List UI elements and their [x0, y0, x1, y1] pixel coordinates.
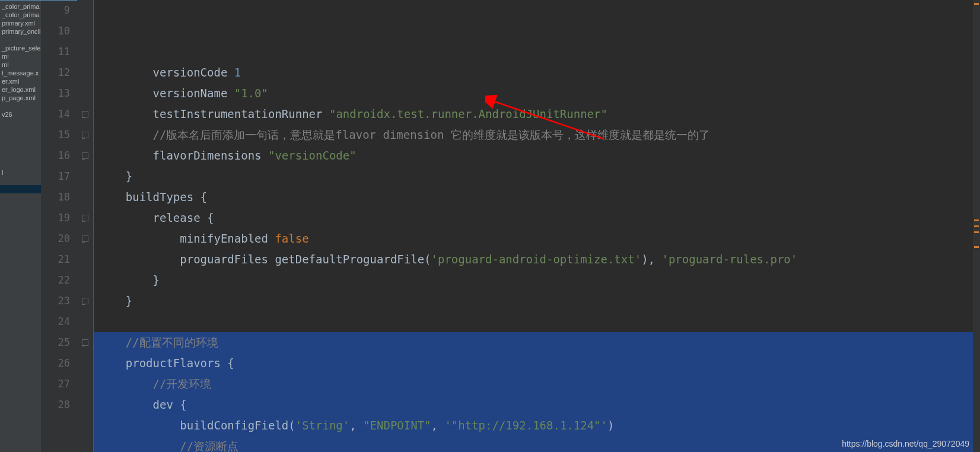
- code-line[interactable]: flavorDimensions "versionCode": [94, 145, 980, 166]
- file-tree-sidebar[interactable]: _color_prima_color_primaprimary.xmlprima…: [0, 0, 42, 452]
- fold-marker: [77, 249, 93, 270]
- code-line[interactable]: dev {: [94, 394, 980, 415]
- sidebar-item[interactable]: [0, 185, 41, 193]
- sidebar-item[interactable]: er.xml: [0, 77, 41, 85]
- sidebar-item[interactable]: primary.xml: [0, 19, 41, 27]
- fold-marker: [77, 42, 93, 62]
- fold-marker[interactable]: [77, 228, 93, 249]
- sidebar-item[interactable]: [0, 135, 41, 144]
- sidebar-item[interactable]: [0, 102, 41, 110]
- sidebar-item[interactable]: [0, 177, 41, 185]
- line-number[interactable]: 25: [42, 332, 70, 353]
- line-number[interactable]: 24: [42, 311, 70, 332]
- error-marker[interactable]: [974, 3, 979, 5]
- code-line[interactable]: buildTypes {: [94, 187, 980, 208]
- fold-marker: [77, 187, 93, 208]
- sidebar-item[interactable]: _color_prima: [0, 2, 41, 11]
- fold-marker: [77, 21, 93, 42]
- fold-marker[interactable]: [77, 145, 93, 166]
- sidebar-item[interactable]: _picture_sele: [0, 44, 41, 52]
- line-number[interactable]: 20: [42, 228, 70, 249]
- sidebar-item[interactable]: _color_prima: [0, 11, 41, 19]
- sidebar-item[interactable]: ml: [0, 52, 41, 61]
- fold-marker[interactable]: [77, 125, 93, 145]
- sidebar-item[interactable]: [0, 36, 41, 44]
- code-line[interactable]: }: [94, 166, 980, 187]
- line-number-gutter[interactable]: 910111213141516171819202122232425262728: [42, 0, 77, 452]
- fold-gutter[interactable]: [77, 0, 94, 452]
- code-line[interactable]: proguardFiles getDefaultProguardFile('pr…: [94, 249, 980, 270]
- line-number[interactable]: 15: [42, 125, 70, 145]
- fold-marker[interactable]: [77, 104, 93, 125]
- sidebar-item[interactable]: [0, 119, 41, 127]
- error-marker[interactable]: [974, 219, 979, 221]
- line-number[interactable]: 18: [42, 187, 70, 208]
- line-number[interactable]: 9: [42, 0, 70, 21]
- fold-marker: [77, 394, 93, 415]
- fold-marker: [77, 353, 93, 374]
- line-number[interactable]: 13: [42, 83, 70, 104]
- line-number[interactable]: 21: [42, 249, 70, 270]
- fold-marker[interactable]: [77, 208, 93, 228]
- code-line[interactable]: [94, 311, 980, 332]
- sidebar-item[interactable]: [0, 144, 41, 152]
- line-number[interactable]: 11: [42, 42, 70, 62]
- sidebar-item[interactable]: p_page.xml: [0, 94, 41, 102]
- sidebar-item[interactable]: [0, 160, 41, 168]
- line-number[interactable]: 16: [42, 145, 70, 166]
- fold-marker: [77, 166, 93, 187]
- fold-marker: [77, 83, 93, 104]
- error-marker[interactable]: [974, 225, 979, 227]
- sidebar-item[interactable]: t_message.x: [0, 69, 41, 77]
- fold-marker: [77, 62, 93, 83]
- line-number[interactable]: 23: [42, 291, 70, 311]
- code-line[interactable]: buildConfigField('String', "ENDPOINT", '…: [94, 415, 980, 436]
- sidebar-item[interactable]: [0, 127, 41, 135]
- fold-marker: [77, 311, 93, 332]
- line-number[interactable]: 10: [42, 21, 70, 42]
- fold-marker[interactable]: [77, 332, 93, 353]
- error-stripe[interactable]: [973, 0, 980, 452]
- fold-marker: [77, 374, 93, 394]
- code-line[interactable]: release {: [94, 208, 980, 228]
- line-number[interactable]: 26: [42, 353, 70, 374]
- code-line[interactable]: versionCode 1: [94, 62, 980, 83]
- code-editor[interactable]: versionCode 1 versionName "1.0" testInst…: [94, 0, 980, 452]
- code-line[interactable]: minifyEnabled false: [94, 228, 980, 249]
- sidebar-item[interactable]: v26: [0, 110, 41, 119]
- code-line[interactable]: }: [94, 270, 980, 291]
- code-line[interactable]: //版本名后面添加一句话，意思就是flavor dimension 它的维度就是…: [94, 125, 980, 145]
- code-line[interactable]: }: [94, 291, 980, 311]
- fold-marker: [77, 0, 93, 21]
- line-number[interactable]: 17: [42, 166, 70, 187]
- line-number[interactable]: 12: [42, 62, 70, 83]
- sidebar-item[interactable]: l: [0, 168, 41, 177]
- code-line[interactable]: testInstrumentationRunner "androidx.test…: [94, 104, 980, 125]
- line-number[interactable]: 19: [42, 208, 70, 228]
- line-number[interactable]: 27: [42, 374, 70, 394]
- code-line[interactable]: //配置不同的环境: [94, 332, 980, 353]
- line-number[interactable]: 22: [42, 270, 70, 291]
- sidebar-item[interactable]: [0, 152, 41, 160]
- main-container: _color_prima_color_primaprimary.xmlprima…: [0, 0, 980, 452]
- error-marker[interactable]: [974, 231, 979, 233]
- line-number[interactable]: 28: [42, 394, 70, 415]
- sidebar-item[interactable]: ml: [0, 61, 41, 69]
- fold-marker: [77, 270, 93, 291]
- code-line[interactable]: versionName "1.0": [94, 83, 980, 104]
- sidebar-item[interactable]: primary_oncli: [0, 27, 41, 36]
- code-line[interactable]: productFlavors {: [94, 353, 980, 374]
- error-marker[interactable]: [974, 246, 979, 248]
- code-line[interactable]: //开发环境: [94, 374, 980, 394]
- watermark-text: https://blog.csdn.net/qq_29072049: [842, 439, 969, 448]
- sidebar-item[interactable]: er_logo.xml: [0, 85, 41, 94]
- fold-marker[interactable]: [77, 291, 93, 311]
- line-number[interactable]: 14: [42, 104, 70, 125]
